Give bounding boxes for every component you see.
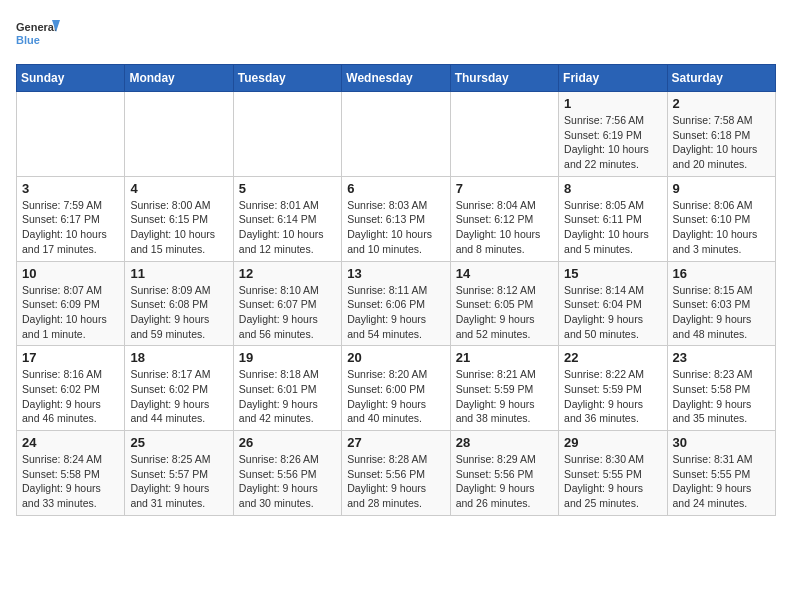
calendar-cell: 29Sunrise: 8:30 AM Sunset: 5:55 PM Dayli… xyxy=(559,431,667,516)
weekday-header-wednesday: Wednesday xyxy=(342,65,450,92)
day-number: 26 xyxy=(239,435,336,450)
day-info: Sunrise: 8:16 AM Sunset: 6:02 PM Dayligh… xyxy=(22,367,119,426)
calendar-week-4: 17Sunrise: 8:16 AM Sunset: 6:02 PM Dayli… xyxy=(17,346,776,431)
day-number: 15 xyxy=(564,266,661,281)
day-info: Sunrise: 8:10 AM Sunset: 6:07 PM Dayligh… xyxy=(239,283,336,342)
day-number: 30 xyxy=(673,435,770,450)
calendar-cell: 14Sunrise: 8:12 AM Sunset: 6:05 PM Dayli… xyxy=(450,261,558,346)
day-info: Sunrise: 8:30 AM Sunset: 5:55 PM Dayligh… xyxy=(564,452,661,511)
calendar-cell: 23Sunrise: 8:23 AM Sunset: 5:58 PM Dayli… xyxy=(667,346,775,431)
calendar-cell xyxy=(125,92,233,177)
day-number: 28 xyxy=(456,435,553,450)
day-info: Sunrise: 8:09 AM Sunset: 6:08 PM Dayligh… xyxy=(130,283,227,342)
calendar-cell: 16Sunrise: 8:15 AM Sunset: 6:03 PM Dayli… xyxy=(667,261,775,346)
day-info: Sunrise: 8:03 AM Sunset: 6:13 PM Dayligh… xyxy=(347,198,444,257)
calendar-week-1: 1Sunrise: 7:56 AM Sunset: 6:19 PM Daylig… xyxy=(17,92,776,177)
calendar-cell: 18Sunrise: 8:17 AM Sunset: 6:02 PM Dayli… xyxy=(125,346,233,431)
weekday-header-tuesday: Tuesday xyxy=(233,65,341,92)
weekday-header-monday: Monday xyxy=(125,65,233,92)
day-info: Sunrise: 8:20 AM Sunset: 6:00 PM Dayligh… xyxy=(347,367,444,426)
logo: General Blue xyxy=(16,16,60,56)
day-number: 10 xyxy=(22,266,119,281)
calendar-week-3: 10Sunrise: 8:07 AM Sunset: 6:09 PM Dayli… xyxy=(17,261,776,346)
calendar-cell: 20Sunrise: 8:20 AM Sunset: 6:00 PM Dayli… xyxy=(342,346,450,431)
calendar-cell: 2Sunrise: 7:58 AM Sunset: 6:18 PM Daylig… xyxy=(667,92,775,177)
calendar-header-row: SundayMondayTuesdayWednesdayThursdayFrid… xyxy=(17,65,776,92)
calendar-cell: 21Sunrise: 8:21 AM Sunset: 5:59 PM Dayli… xyxy=(450,346,558,431)
day-number: 6 xyxy=(347,181,444,196)
calendar-cell: 26Sunrise: 8:26 AM Sunset: 5:56 PM Dayli… xyxy=(233,431,341,516)
day-number: 29 xyxy=(564,435,661,450)
calendar-cell: 19Sunrise: 8:18 AM Sunset: 6:01 PM Dayli… xyxy=(233,346,341,431)
weekday-header-thursday: Thursday xyxy=(450,65,558,92)
day-info: Sunrise: 8:11 AM Sunset: 6:06 PM Dayligh… xyxy=(347,283,444,342)
calendar-cell: 27Sunrise: 8:28 AM Sunset: 5:56 PM Dayli… xyxy=(342,431,450,516)
day-number: 9 xyxy=(673,181,770,196)
day-info: Sunrise: 8:05 AM Sunset: 6:11 PM Dayligh… xyxy=(564,198,661,257)
day-number: 23 xyxy=(673,350,770,365)
day-number: 27 xyxy=(347,435,444,450)
day-number: 4 xyxy=(130,181,227,196)
calendar-cell: 17Sunrise: 8:16 AM Sunset: 6:02 PM Dayli… xyxy=(17,346,125,431)
day-info: Sunrise: 8:23 AM Sunset: 5:58 PM Dayligh… xyxy=(673,367,770,426)
day-number: 5 xyxy=(239,181,336,196)
day-info: Sunrise: 8:07 AM Sunset: 6:09 PM Dayligh… xyxy=(22,283,119,342)
weekday-header-sunday: Sunday xyxy=(17,65,125,92)
day-info: Sunrise: 8:18 AM Sunset: 6:01 PM Dayligh… xyxy=(239,367,336,426)
calendar-cell xyxy=(17,92,125,177)
day-info: Sunrise: 8:22 AM Sunset: 5:59 PM Dayligh… xyxy=(564,367,661,426)
day-number: 2 xyxy=(673,96,770,111)
day-number: 21 xyxy=(456,350,553,365)
svg-text:General: General xyxy=(16,21,57,33)
day-info: Sunrise: 7:56 AM Sunset: 6:19 PM Dayligh… xyxy=(564,113,661,172)
calendar-cell: 6Sunrise: 8:03 AM Sunset: 6:13 PM Daylig… xyxy=(342,176,450,261)
calendar-cell: 22Sunrise: 8:22 AM Sunset: 5:59 PM Dayli… xyxy=(559,346,667,431)
day-number: 13 xyxy=(347,266,444,281)
calendar-cell: 11Sunrise: 8:09 AM Sunset: 6:08 PM Dayli… xyxy=(125,261,233,346)
day-info: Sunrise: 8:12 AM Sunset: 6:05 PM Dayligh… xyxy=(456,283,553,342)
calendar-cell: 3Sunrise: 7:59 AM Sunset: 6:17 PM Daylig… xyxy=(17,176,125,261)
calendar-cell: 4Sunrise: 8:00 AM Sunset: 6:15 PM Daylig… xyxy=(125,176,233,261)
calendar-week-2: 3Sunrise: 7:59 AM Sunset: 6:17 PM Daylig… xyxy=(17,176,776,261)
calendar-cell: 28Sunrise: 8:29 AM Sunset: 5:56 PM Dayli… xyxy=(450,431,558,516)
weekday-header-friday: Friday xyxy=(559,65,667,92)
day-number: 3 xyxy=(22,181,119,196)
calendar-week-5: 24Sunrise: 8:24 AM Sunset: 5:58 PM Dayli… xyxy=(17,431,776,516)
day-info: Sunrise: 8:24 AM Sunset: 5:58 PM Dayligh… xyxy=(22,452,119,511)
day-number: 11 xyxy=(130,266,227,281)
calendar-cell: 7Sunrise: 8:04 AM Sunset: 6:12 PM Daylig… xyxy=(450,176,558,261)
calendar-cell xyxy=(233,92,341,177)
day-info: Sunrise: 8:21 AM Sunset: 5:59 PM Dayligh… xyxy=(456,367,553,426)
weekday-header-saturday: Saturday xyxy=(667,65,775,92)
day-info: Sunrise: 8:28 AM Sunset: 5:56 PM Dayligh… xyxy=(347,452,444,511)
calendar-cell: 8Sunrise: 8:05 AM Sunset: 6:11 PM Daylig… xyxy=(559,176,667,261)
day-number: 24 xyxy=(22,435,119,450)
day-info: Sunrise: 8:06 AM Sunset: 6:10 PM Dayligh… xyxy=(673,198,770,257)
day-number: 7 xyxy=(456,181,553,196)
calendar-cell xyxy=(342,92,450,177)
day-info: Sunrise: 8:15 AM Sunset: 6:03 PM Dayligh… xyxy=(673,283,770,342)
day-info: Sunrise: 8:17 AM Sunset: 6:02 PM Dayligh… xyxy=(130,367,227,426)
day-number: 19 xyxy=(239,350,336,365)
day-info: Sunrise: 8:31 AM Sunset: 5:55 PM Dayligh… xyxy=(673,452,770,511)
day-info: Sunrise: 8:29 AM Sunset: 5:56 PM Dayligh… xyxy=(456,452,553,511)
calendar-cell: 24Sunrise: 8:24 AM Sunset: 5:58 PM Dayli… xyxy=(17,431,125,516)
day-number: 20 xyxy=(347,350,444,365)
calendar-cell: 25Sunrise: 8:25 AM Sunset: 5:57 PM Dayli… xyxy=(125,431,233,516)
logo-svg: General Blue xyxy=(16,16,60,56)
day-info: Sunrise: 8:14 AM Sunset: 6:04 PM Dayligh… xyxy=(564,283,661,342)
day-number: 25 xyxy=(130,435,227,450)
calendar-cell xyxy=(450,92,558,177)
calendar-cell: 5Sunrise: 8:01 AM Sunset: 6:14 PM Daylig… xyxy=(233,176,341,261)
day-number: 16 xyxy=(673,266,770,281)
day-info: Sunrise: 8:04 AM Sunset: 6:12 PM Dayligh… xyxy=(456,198,553,257)
calendar-cell: 1Sunrise: 7:56 AM Sunset: 6:19 PM Daylig… xyxy=(559,92,667,177)
calendar-cell: 30Sunrise: 8:31 AM Sunset: 5:55 PM Dayli… xyxy=(667,431,775,516)
day-info: Sunrise: 8:01 AM Sunset: 6:14 PM Dayligh… xyxy=(239,198,336,257)
calendar-cell: 15Sunrise: 8:14 AM Sunset: 6:04 PM Dayli… xyxy=(559,261,667,346)
calendar-cell: 13Sunrise: 8:11 AM Sunset: 6:06 PM Dayli… xyxy=(342,261,450,346)
day-number: 22 xyxy=(564,350,661,365)
day-number: 12 xyxy=(239,266,336,281)
day-info: Sunrise: 8:25 AM Sunset: 5:57 PM Dayligh… xyxy=(130,452,227,511)
svg-text:Blue: Blue xyxy=(16,34,40,46)
